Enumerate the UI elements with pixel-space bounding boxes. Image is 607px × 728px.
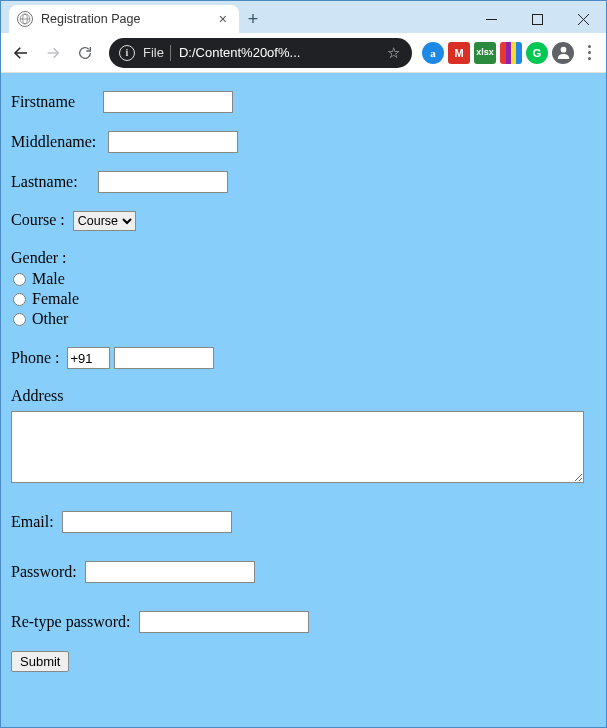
tab-close-icon[interactable]: × [215, 11, 231, 27]
gender-other-radio[interactable] [13, 313, 26, 326]
lastname-input[interactable] [98, 171, 228, 193]
phone-prefix-input[interactable] [67, 347, 110, 369]
lastname-label: Lastname: [11, 173, 78, 190]
middlename-label: Middlename: [11, 133, 96, 150]
gender-other-label: Other [32, 310, 68, 328]
extension-amazon-icon[interactable]: a [422, 42, 444, 64]
firstname-input[interactable] [103, 91, 233, 113]
svg-rect-4 [532, 14, 542, 24]
extension-gmail-icon[interactable]: M [448, 42, 470, 64]
course-select[interactable]: Course [73, 211, 136, 231]
phone-number-input[interactable] [114, 347, 214, 369]
gender-female-label: Female [32, 290, 79, 308]
titlebar: Registration Page × + [1, 1, 606, 33]
kebab-menu-icon[interactable] [578, 41, 600, 64]
phone-label: Phone : [11, 349, 59, 366]
back-button[interactable] [7, 39, 35, 67]
url-scheme-label: File [143, 45, 164, 60]
middlename-input[interactable] [108, 131, 238, 153]
window-minimize-button[interactable] [468, 5, 514, 33]
extension-colorbar-icon[interactable] [500, 42, 522, 64]
forward-button[interactable] [39, 39, 67, 67]
address-textarea[interactable] [11, 411, 584, 483]
retype-password-label: Re-type password: [11, 613, 131, 630]
gender-male-label: Male [32, 270, 65, 288]
address-label: Address [11, 387, 63, 404]
window-maximize-button[interactable] [514, 5, 560, 33]
gender-label: Gender : [11, 249, 67, 266]
retype-password-input[interactable] [139, 611, 309, 633]
profile-avatar-icon[interactable] [552, 42, 574, 64]
email-input[interactable] [62, 511, 232, 533]
gender-male-radio[interactable] [13, 273, 26, 286]
password-input[interactable] [85, 561, 255, 583]
course-label: Course : [11, 211, 65, 228]
submit-button[interactable]: Submit [11, 651, 69, 672]
extension-excel-icon[interactable]: xlsx [474, 42, 496, 64]
globe-icon [17, 11, 33, 27]
tab-title: Registration Page [41, 12, 215, 26]
window-close-button[interactable] [560, 5, 606, 33]
firstname-label: Firstname [11, 93, 75, 110]
svg-point-9 [560, 47, 566, 53]
separator [170, 45, 171, 61]
email-label: Email: [11, 513, 54, 530]
url-text: D:/Content%20of%... [179, 45, 381, 60]
bookmark-star-icon[interactable]: ☆ [381, 44, 406, 62]
browser-window: Registration Page × + i File D:/Content%… [0, 0, 607, 728]
extension-grammarly-icon[interactable]: G [526, 42, 548, 64]
password-label: Password: [11, 563, 77, 580]
info-icon[interactable]: i [119, 45, 135, 61]
new-tab-button[interactable]: + [239, 5, 267, 33]
address-bar[interactable]: i File D:/Content%20of%... ☆ [109, 38, 412, 68]
gender-female-radio[interactable] [13, 293, 26, 306]
reload-button[interactable] [71, 39, 99, 67]
toolbar: i File D:/Content%20of%... ☆ a M xlsx G [1, 33, 606, 73]
page-content: Firstname Middlename: Lastname: Course :… [1, 73, 606, 727]
browser-tab[interactable]: Registration Page × [9, 5, 239, 33]
